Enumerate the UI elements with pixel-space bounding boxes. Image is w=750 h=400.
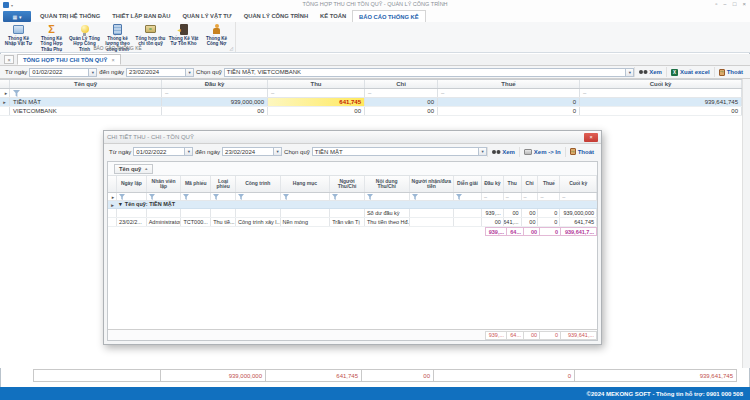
from-date-dropdown-icon[interactable]: ▾ bbox=[185, 147, 193, 156]
table-row-tien-mat[interactable]: ▸ TIỀN MẶT 939,000,000 641,745 00 0 939,… bbox=[0, 98, 742, 107]
dialog-fund-select[interactable]: TIỀN MẶT bbox=[312, 147, 479, 156]
filter-cell[interactable] bbox=[117, 193, 147, 200]
column-header-thue[interactable]: Thuế bbox=[438, 80, 580, 88]
filter-cell[interactable] bbox=[181, 193, 211, 200]
window-title: TỔNG HỢP THU CHI TỒN QUỸ - QUẢN LÝ CÔNG … bbox=[0, 1, 750, 7]
dialog-close-button[interactable]: × bbox=[584, 133, 598, 142]
document-tab-bar: × TỔNG HỢP THU CHI TỒN QUỸ × bbox=[0, 54, 750, 66]
dialog-launcher-icon[interactable]: ◿ bbox=[230, 46, 233, 51]
filter-cell[interactable] bbox=[236, 193, 281, 200]
column-header-ten-quy[interactable]: Tên quỹ bbox=[10, 80, 162, 88]
cell-thue: 0 bbox=[438, 107, 580, 115]
cell-thue: 0 bbox=[538, 218, 560, 226]
close-document-button[interactable]: × bbox=[4, 55, 14, 64]
vertical-scrollbar[interactable] bbox=[742, 79, 750, 368]
document-tab-active[interactable]: TỔNG HỢP THU CHI TỒN QUỸ × bbox=[17, 54, 121, 65]
filter-cell-ten-quy[interactable] bbox=[10, 89, 162, 97]
column-header-ngay-lap[interactable]: Ngày lập bbox=[117, 176, 147, 192]
cell-nhan-vien: Administrator bbox=[147, 218, 182, 226]
filter-cell-dau-ky[interactable]: – bbox=[162, 89, 268, 97]
table-row-receipt[interactable]: 23/02/2... Administrator TCT000... Thu t… bbox=[108, 218, 597, 227]
ribbon-tab-quan-tri-he-thong[interactable]: QUẢN TRỊ HỆ THỐNG bbox=[34, 10, 106, 22]
dialog-to-date-input[interactable]: 23/02/2024 bbox=[222, 147, 274, 156]
filter-cell-chi[interactable]: – bbox=[365, 89, 438, 97]
filter-cell[interactable] bbox=[147, 193, 182, 200]
filter-cell[interactable]: – bbox=[482, 193, 504, 200]
filter-cell[interactable] bbox=[365, 193, 410, 200]
filter-cell[interactable] bbox=[330, 193, 365, 200]
group-by-chip-ten-quy[interactable]: Tên quỹ ▲ bbox=[114, 164, 153, 174]
detail-grid-filter-row: ▸ – – – – – bbox=[108, 193, 597, 201]
close-button[interactable]: × bbox=[742, 1, 746, 7]
tab-close-icon[interactable]: × bbox=[111, 57, 114, 63]
status-bar: ©2024 MEKONG SOFT - Thông tin hỗ trợ: 09… bbox=[0, 387, 750, 400]
column-header-chi[interactable]: Chi bbox=[522, 176, 539, 192]
filter-cell[interactable]: – bbox=[560, 193, 597, 200]
minimize-button[interactable]: − bbox=[723, 1, 727, 7]
filter-cell-thu[interactable]: – bbox=[268, 89, 365, 97]
filter-cell[interactable] bbox=[281, 193, 331, 200]
group-row-tien-mat[interactable]: ▸ ▾ Tên quỹ: TIỀN MẶT bbox=[108, 201, 597, 209]
to-date-input[interactable]: 23/02/2024 bbox=[126, 68, 186, 77]
lightbulb-icon bbox=[78, 23, 91, 35]
column-header-chi[interactable]: Chi bbox=[365, 80, 438, 88]
dialog-view-button[interactable]: Xem bbox=[487, 147, 519, 157]
ribbon-tab-quan-ly-cong-trinh[interactable]: QUẢN LÝ CÔNG TRÌNH bbox=[238, 10, 314, 22]
dialog-exit-button[interactable]: Thoát bbox=[565, 147, 598, 157]
filter-cell[interactable] bbox=[454, 193, 482, 200]
column-header-cuoi-ky[interactable]: Cuối kỳ bbox=[560, 176, 597, 192]
column-header-dau-ky[interactable]: Đầu kỳ bbox=[162, 80, 268, 88]
filter-cell-cuoi-ky[interactable]: – bbox=[580, 89, 742, 97]
window-style-button[interactable]: ▫ bbox=[715, 1, 717, 7]
dialog-view-print-button[interactable]: Xem -> In bbox=[519, 147, 565, 157]
cell-thu-highlighted[interactable]: 641,745 bbox=[268, 98, 365, 106]
column-header-cong-trinh[interactable]: Công trình bbox=[236, 176, 281, 192]
column-header-nguoi-thu-chi[interactable]: Người Thu/Chi bbox=[330, 176, 365, 192]
filter-cell[interactable]: – bbox=[538, 193, 560, 200]
fund-dropdown-icon[interactable]: ▾ bbox=[626, 68, 634, 77]
column-header-noi-dung-thu-chi[interactable]: Nội dung Thu/Chi bbox=[365, 176, 410, 192]
ribbon-tab-thiet-lap-ban-dau[interactable]: THIẾT LẬP BAN ĐẦU bbox=[106, 10, 176, 22]
column-header-nhan-vien-lap[interactable]: Nhân viên lập bbox=[147, 176, 182, 192]
cell-dau-ky: 939,... bbox=[482, 209, 504, 217]
ribbon-tab-ke-toan[interactable]: KẾ TOÁN bbox=[314, 10, 352, 22]
column-header-nguoi-nhan-dua-tien[interactable]: Người nhận/đưa tiền bbox=[410, 176, 455, 192]
to-date-dropdown-icon[interactable]: ▾ bbox=[186, 68, 194, 77]
column-header-dau-ky[interactable]: Đầu kỳ bbox=[482, 176, 504, 192]
filter-cell-thue[interactable]: – bbox=[438, 89, 580, 97]
exit-button[interactable]: Thoát bbox=[714, 67, 747, 77]
fund-dropdown-icon[interactable]: ▾ bbox=[479, 147, 487, 156]
detail-grid: Tên quỹ ▲ Ngày lập Nhân viên lập Mã phiế… bbox=[107, 161, 598, 341]
group-expand-icon[interactable]: ▾ bbox=[119, 201, 122, 208]
funnel-icon bbox=[183, 194, 189, 200]
group-by-panel: Tên quỹ ▲ bbox=[108, 162, 597, 176]
view-button[interactable]: Xem bbox=[634, 67, 666, 77]
filter-cell[interactable]: – bbox=[504, 193, 522, 200]
column-header-hang-muc[interactable]: Hạng mục bbox=[281, 176, 331, 192]
application-menu-button[interactable]: ▦ ▾ bbox=[3, 11, 31, 22]
column-header-thu[interactable]: Thu bbox=[504, 176, 522, 192]
ribbon-tab-quan-ly-vat-tu[interactable]: QUẢN LÝ VẬT TƯ bbox=[176, 10, 237, 22]
filter-cell[interactable] bbox=[211, 193, 236, 200]
column-header-cuoi-ky[interactable]: Cuối kỳ bbox=[580, 80, 742, 88]
ribbon-tab-bao-cao-thong-ke[interactable]: BÁO CÁO THỐNG KÊ bbox=[352, 10, 426, 22]
column-header-loai-phieu[interactable]: Loại phiếu bbox=[211, 176, 236, 192]
summary-cell-dau-ky: 939,... bbox=[485, 227, 507, 236]
filter-cell[interactable]: – bbox=[522, 193, 539, 200]
maximize-button[interactable]: □ bbox=[733, 1, 737, 7]
dialog-from-date-input[interactable]: 01/02/2022 bbox=[133, 147, 185, 156]
column-header-dien-giai[interactable]: Diễn giải bbox=[454, 176, 482, 192]
to-date-dropdown-icon[interactable]: ▾ bbox=[274, 147, 282, 156]
filter-cell[interactable] bbox=[410, 193, 455, 200]
exit-door-icon bbox=[570, 148, 576, 155]
from-date-input[interactable]: 01/02/2022 bbox=[29, 68, 89, 77]
table-row-opening-balance[interactable]: Số dư đầu kỳ 939,... 00 00 0 939,000,000 bbox=[108, 209, 597, 218]
export-excel-button[interactable]: X Xuất excel bbox=[666, 67, 714, 77]
fund-select[interactable]: TIỀN MẶT, VIETCOMBANK bbox=[224, 68, 627, 77]
column-header-thu[interactable]: Thu bbox=[268, 80, 365, 88]
table-row-vietcombank[interactable]: VIETCOMBANK 00 00 00 0 00 bbox=[0, 107, 742, 116]
cell-cuoi-ky: 939,641,745 bbox=[580, 98, 742, 106]
column-header-thue[interactable]: Thuế bbox=[538, 176, 560, 192]
column-header-ma-phieu[interactable]: Mã phiếu bbox=[181, 176, 211, 192]
from-date-dropdown-icon[interactable]: ▾ bbox=[89, 68, 97, 77]
